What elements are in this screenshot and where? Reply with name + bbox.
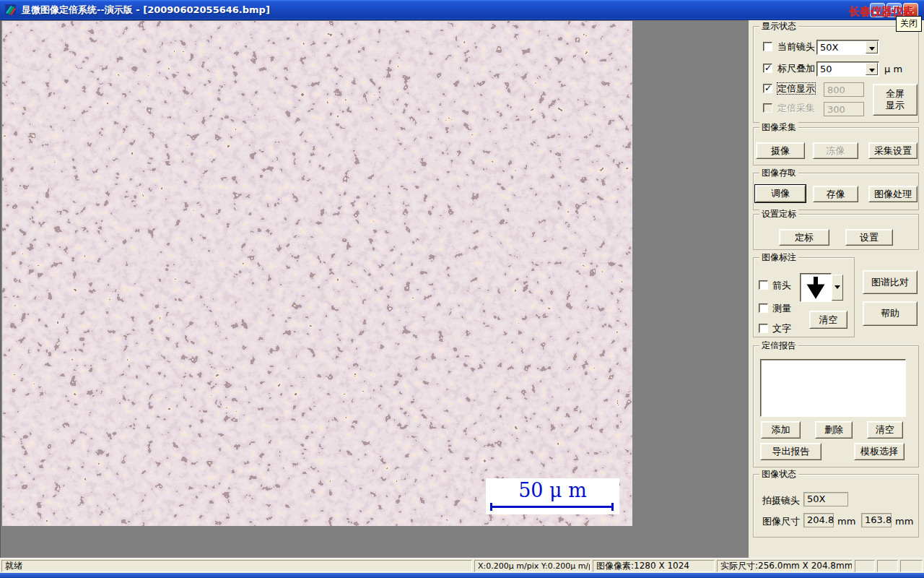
combo-current-lens[interactable]: 50X — [816, 40, 879, 55]
checkbox-fixed-display[interactable] — [763, 84, 772, 93]
window-controls: × — [870, 3, 918, 17]
field-shooting-lens: 50X — [803, 492, 848, 506]
close-button[interactable]: × — [903, 3, 918, 17]
unit-image-width: mm — [837, 516, 855, 527]
save-image-button[interactable]: 存像 — [813, 186, 858, 202]
report-delete-button[interactable]: 删除 — [815, 421, 853, 439]
down-arrow-icon — [801, 274, 831, 301]
title-bar: 显微图像定倍系统--演示版 - [20090602055646.bmp] × 长… — [0, 0, 924, 20]
restore-button[interactable] — [886, 3, 902, 17]
capture-settings-button[interactable]: 采集设置 — [868, 142, 918, 159]
scale-bar-label: 50 μ m — [486, 478, 619, 503]
scale-bar-overlay: 50 μ m — [486, 478, 619, 514]
fullscreen-button-line2: 显示 — [886, 100, 905, 111]
help-button[interactable]: 帮助 — [863, 301, 918, 326]
group-report-title: 定倍报告 — [759, 340, 798, 350]
arrow-style-dropdown-button[interactable] — [832, 275, 843, 301]
group-image-storage-title: 图像存取 — [759, 168, 798, 178]
export-report-button[interactable]: 导出报告 — [760, 443, 821, 460]
statusbar-pixel-scale: X:0.200μ m/pix Y:0.200μ m/pix — [474, 560, 590, 572]
mdi-client-area: 50 μ m 显示状态 当前镜头 50X 标尺叠加 50 μ m — [0, 20, 924, 558]
group-calibration-title: 设置定标 — [759, 209, 798, 219]
combo-scale-value-text: 50 — [820, 64, 832, 74]
group-image-status-title: 图像状态 — [759, 469, 798, 479]
field-image-width: 204.8 — [803, 513, 834, 527]
image-processing-button[interactable]: 图像处理 — [868, 186, 918, 202]
micrograph-view[interactable]: 50 μ m — [2, 21, 632, 526]
report-clear-button[interactable]: 清空 — [867, 421, 903, 439]
capture-button[interactable]: 摄像 — [756, 142, 805, 159]
group-image-capture-title: 图像采集 — [759, 122, 798, 132]
calibrate-button[interactable]: 定标 — [779, 229, 829, 246]
group-annotation-title: 图像标注 — [759, 252, 798, 262]
edit-fixed-display-value: 800 — [824, 82, 864, 97]
unit-image-height: mm — [895, 516, 913, 527]
statusbar-actual-size: 实际尺寸:256.0mm X 204.8mm — [717, 560, 853, 572]
label-image-size: 图像尺寸 — [762, 515, 800, 528]
edit-fixed-capture-value: 300 — [824, 102, 864, 116]
freeze-button: 冻像 — [813, 142, 858, 159]
close-icon: × — [904, 4, 918, 17]
checkbox-measure[interactable] — [759, 303, 768, 313]
checkbox-fixed-capture — [763, 103, 772, 113]
combo-scale-value[interactable]: 50 — [816, 61, 879, 77]
app-window: 显微图像定倍系统--演示版 - [20090602055646.bmp] × 长… — [0, 0, 924, 578]
arrow-style-preview[interactable] — [800, 273, 832, 302]
load-image-button[interactable]: 调像 — [755, 185, 806, 202]
checkbox-text[interactable] — [759, 324, 768, 333]
calibration-settings-button[interactable]: 设置 — [845, 229, 893, 246]
minimize-button[interactable] — [870, 3, 885, 17]
label-fixed-capture: 定倍采集 — [777, 103, 815, 113]
restore-icon — [891, 8, 897, 13]
label-fixed-display: 定倍显示 — [777, 83, 815, 94]
statusbar-blank-1 — [855, 560, 875, 572]
label-measure: 测量 — [772, 303, 791, 314]
chevron-down-icon[interactable] — [866, 41, 878, 53]
atlas-compare-button[interactable]: 图谱比对 — [863, 270, 918, 294]
label-shooting-lens: 拍摄镜头 — [762, 494, 800, 507]
template-select-button[interactable]: 模板选择 — [854, 443, 905, 460]
checkbox-arrow[interactable] — [759, 280, 768, 290]
statusbar-blank-3 — [900, 560, 923, 572]
scale-bar-line — [490, 503, 614, 511]
statusbar-image-pixels: 图像像素:1280 X 1024 — [593, 560, 715, 572]
chevron-down-icon[interactable] — [866, 63, 878, 75]
close-tooltip: 关闭 — [896, 16, 922, 32]
window-bottom-border — [0, 573, 924, 578]
label-current-lens: 当前镜头 — [777, 41, 815, 52]
statusbar-blank-2 — [877, 560, 898, 572]
micrograph-image — [2, 21, 632, 526]
label-arrow: 箭头 — [772, 280, 791, 290]
clear-annotation-button[interactable]: 清空 — [809, 311, 847, 329]
statusbar-ready: 就绪 — [1, 560, 472, 572]
report-add-button[interactable]: 添加 — [761, 421, 801, 439]
field-image-height: 163.8 — [861, 513, 892, 527]
window-title: 显微图像定倍系统--演示版 - [20090602055646.bmp] — [22, 4, 270, 17]
group-display-status-title: 显示状态 — [759, 21, 798, 31]
label-scale-overlay: 标尺叠加 — [777, 63, 815, 74]
group-calibration: 设置定标 — [753, 214, 919, 250]
report-listbox[interactable] — [760, 359, 906, 417]
label-text: 文字 — [772, 323, 791, 334]
status-bar: 就绪 X:0.200μ m/pix Y:0.200μ m/pix 图像像素:12… — [0, 558, 924, 573]
checkbox-current-lens[interactable] — [763, 42, 772, 51]
control-panel: 显示状态 当前镜头 50X 标尺叠加 50 μ m 定倍显示 800 定倍采集 … — [749, 20, 924, 558]
fullscreen-button-line1: 全屏 — [886, 88, 905, 100]
fullscreen-button[interactable]: 全屏 显示 — [873, 84, 918, 116]
combo-current-lens-value: 50X — [820, 42, 838, 53]
app-icon — [4, 4, 17, 16]
scale-unit-label: μ m — [884, 64, 902, 74]
checkbox-scale-overlay[interactable] — [763, 64, 772, 73]
minimize-icon — [873, 12, 880, 14]
